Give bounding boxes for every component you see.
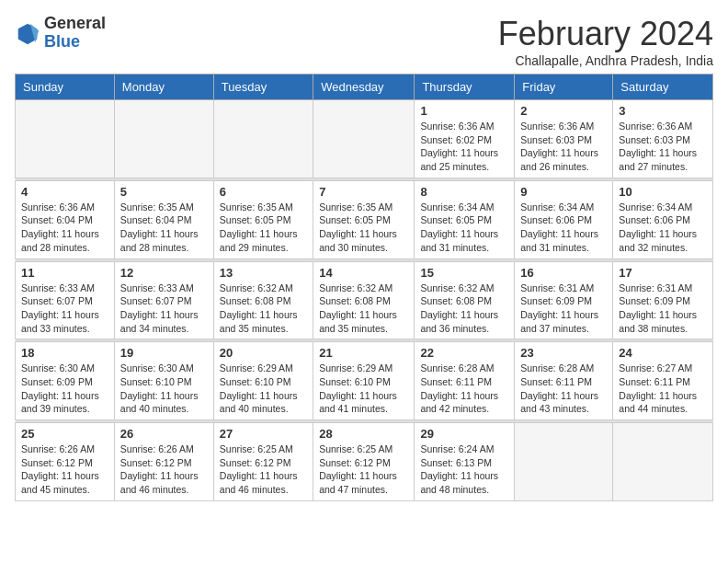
calendar-day-cell: 23Sunrise: 6:28 AMSunset: 6:11 PMDayligh… [515,342,613,420]
logo-text: General Blue [44,15,106,52]
day-number: 3 [619,104,707,118]
calendar-day-cell: 27Sunrise: 6:25 AMSunset: 6:12 PMDayligh… [213,423,313,501]
day-info: Sunrise: 6:25 AMSunset: 6:12 PMDaylight:… [220,442,307,497]
calendar-day-cell: 9Sunrise: 6:34 AMSunset: 6:06 PMDaylight… [515,180,613,259]
calendar-week-row: 1Sunrise: 6:36 AMSunset: 6:02 PMDaylight… [16,100,713,178]
day-number: 21 [319,346,408,360]
calendar-day-cell: 5Sunrise: 6:35 AMSunset: 6:04 PMDaylight… [114,180,213,259]
day-number: 27 [220,427,307,441]
day-info: Sunrise: 6:24 AMSunset: 6:13 PMDaylight:… [420,442,508,497]
day-number: 11 [21,266,108,280]
day-number: 13 [220,266,307,280]
calendar-day-cell: 1Sunrise: 6:36 AMSunset: 6:02 PMDaylight… [415,100,515,178]
day-of-week-header: Monday [114,75,213,100]
calendar-day-cell [313,100,415,178]
calendar-day-cell: 21Sunrise: 6:29 AMSunset: 6:10 PMDayligh… [313,342,415,420]
location-subtitle: Challapalle, Andhra Pradesh, India [498,53,713,68]
day-info: Sunrise: 6:34 AMSunset: 6:05 PMDaylight:… [420,201,508,255]
calendar-day-cell [213,100,313,178]
day-info: Sunrise: 6:36 AMSunset: 6:03 PMDaylight:… [619,120,707,174]
day-of-week-header: Sunday [16,75,115,100]
calendar-day-cell: 4Sunrise: 6:36 AMSunset: 6:04 PMDaylight… [16,180,115,259]
logo: General Blue [15,15,106,52]
day-info: Sunrise: 6:36 AMSunset: 6:03 PMDaylight:… [520,120,607,174]
day-info: Sunrise: 6:26 AMSunset: 6:12 PMDaylight:… [120,442,208,497]
day-info: Sunrise: 6:35 AMSunset: 6:05 PMDaylight:… [220,201,307,255]
calendar-day-cell: 26Sunrise: 6:26 AMSunset: 6:12 PMDayligh… [114,423,213,501]
calendar-day-cell: 19Sunrise: 6:30 AMSunset: 6:10 PMDayligh… [114,342,213,420]
day-of-week-header: Wednesday [313,75,415,100]
calendar-week-row: 11Sunrise: 6:33 AMSunset: 6:07 PMDayligh… [16,261,713,339]
day-number: 19 [120,346,208,360]
calendar-day-cell: 16Sunrise: 6:31 AMSunset: 6:09 PMDayligh… [515,261,613,339]
logo-blue-text: Blue [44,33,106,52]
day-info: Sunrise: 6:29 AMSunset: 6:10 PMDaylight:… [319,362,408,416]
calendar-day-cell: 10Sunrise: 6:34 AMSunset: 6:06 PMDayligh… [613,180,713,259]
calendar-day-cell [515,423,613,501]
day-number: 5 [120,185,208,199]
day-of-week-header: Thursday [415,75,515,100]
calendar-table: SundayMondayTuesdayWednesdayThursdayFrid… [15,74,713,501]
calendar-day-cell [16,100,115,178]
day-info: Sunrise: 6:32 AMSunset: 6:08 PMDaylight:… [319,282,408,336]
day-info: Sunrise: 6:34 AMSunset: 6:06 PMDaylight:… [619,201,707,255]
day-number: 9 [520,185,607,199]
day-info: Sunrise: 6:35 AMSunset: 6:05 PMDaylight:… [319,201,408,255]
calendar-day-cell: 11Sunrise: 6:33 AMSunset: 6:07 PMDayligh… [16,261,115,339]
calendar-day-cell: 12Sunrise: 6:33 AMSunset: 6:07 PMDayligh… [114,261,213,339]
day-number: 24 [619,346,707,360]
day-info: Sunrise: 6:35 AMSunset: 6:04 PMDaylight:… [120,201,208,255]
day-info: Sunrise: 6:26 AMSunset: 6:12 PMDaylight:… [21,442,108,497]
calendar-day-cell [114,100,213,178]
day-number: 18 [21,346,108,360]
calendar-day-cell: 20Sunrise: 6:29 AMSunset: 6:10 PMDayligh… [213,342,313,420]
calendar-day-cell: 22Sunrise: 6:28 AMSunset: 6:11 PMDayligh… [415,342,515,420]
calendar-day-cell: 28Sunrise: 6:25 AMSunset: 6:12 PMDayligh… [313,423,415,501]
day-info: Sunrise: 6:32 AMSunset: 6:08 PMDaylight:… [220,282,307,336]
calendar-day-cell: 24Sunrise: 6:27 AMSunset: 6:11 PMDayligh… [613,342,713,420]
month-title: February 2024 [498,15,713,53]
day-info: Sunrise: 6:30 AMSunset: 6:10 PMDaylight:… [120,362,208,416]
day-number: 23 [520,346,607,360]
day-of-week-header: Saturday [613,75,713,100]
title-section: February 2024 Challapalle, Andhra Prades… [498,15,713,68]
day-number: 1 [420,104,508,118]
day-info: Sunrise: 6:29 AMSunset: 6:10 PMDaylight:… [220,362,307,416]
calendar-day-cell: 15Sunrise: 6:32 AMSunset: 6:08 PMDayligh… [415,261,515,339]
day-info: Sunrise: 6:34 AMSunset: 6:06 PMDaylight:… [520,201,607,255]
calendar-day-cell: 14Sunrise: 6:32 AMSunset: 6:08 PMDayligh… [313,261,415,339]
day-number: 7 [319,185,408,199]
calendar-day-cell: 13Sunrise: 6:32 AMSunset: 6:08 PMDayligh… [213,261,313,339]
calendar-day-cell [613,423,713,501]
day-number: 26 [120,427,208,441]
day-number: 6 [220,185,307,199]
day-number: 25 [21,427,108,441]
day-info: Sunrise: 6:28 AMSunset: 6:11 PMDaylight:… [420,362,508,416]
logo-icon [15,20,40,46]
day-of-week-header: Tuesday [213,75,313,100]
day-number: 20 [220,346,307,360]
day-number: 12 [120,266,208,280]
day-info: Sunrise: 6:36 AMSunset: 6:04 PMDaylight:… [21,201,108,255]
calendar-day-cell: 8Sunrise: 6:34 AMSunset: 6:05 PMDaylight… [415,180,515,259]
calendar-day-cell: 17Sunrise: 6:31 AMSunset: 6:09 PMDayligh… [613,261,713,339]
day-info: Sunrise: 6:33 AMSunset: 6:07 PMDaylight:… [120,282,208,336]
page-header: General Blue February 2024 Challapalle, … [15,15,713,68]
calendar-day-cell: 7Sunrise: 6:35 AMSunset: 6:05 PMDaylight… [313,180,415,259]
calendar-header-row: SundayMondayTuesdayWednesdayThursdayFrid… [16,75,713,100]
calendar-day-cell: 25Sunrise: 6:26 AMSunset: 6:12 PMDayligh… [16,423,115,501]
calendar-day-cell: 2Sunrise: 6:36 AMSunset: 6:03 PMDaylight… [515,100,613,178]
calendar-day-cell: 3Sunrise: 6:36 AMSunset: 6:03 PMDaylight… [613,100,713,178]
day-number: 4 [21,185,108,199]
day-number: 8 [420,185,508,199]
day-number: 22 [420,346,508,360]
calendar-day-cell: 6Sunrise: 6:35 AMSunset: 6:05 PMDaylight… [213,180,313,259]
day-number: 10 [619,185,707,199]
day-info: Sunrise: 6:31 AMSunset: 6:09 PMDaylight:… [520,282,607,336]
day-number: 17 [619,266,707,280]
day-info: Sunrise: 6:33 AMSunset: 6:07 PMDaylight:… [21,282,108,336]
day-number: 28 [319,427,408,441]
day-info: Sunrise: 6:27 AMSunset: 6:11 PMDaylight:… [619,362,707,416]
day-number: 14 [319,266,408,280]
day-info: Sunrise: 6:32 AMSunset: 6:08 PMDaylight:… [420,282,508,336]
